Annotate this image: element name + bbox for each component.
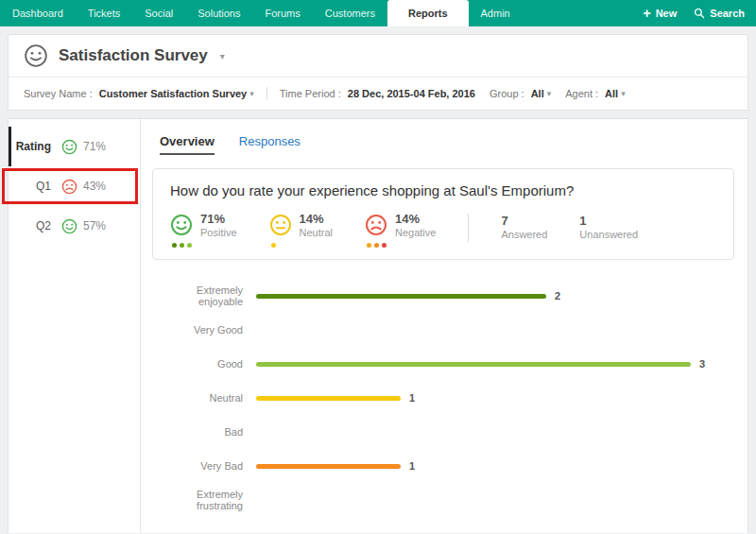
agent-label: Agent : <box>565 88 598 99</box>
happy-face-icon <box>170 214 193 236</box>
legend-dot <box>367 243 371 248</box>
chart-category-label: Good <box>152 358 243 370</box>
happy-face-icon <box>61 139 77 155</box>
title-row: Satisfaction Survey ▾ <box>9 35 747 77</box>
satisfaction-bar-chart: Extremely enjoyable2Very GoodGood3Neutra… <box>152 279 734 517</box>
new-button-label: New <box>656 8 678 19</box>
answered-count: 7 <box>501 214 547 228</box>
chart-category-label: Extremely enjoyable <box>152 284 243 307</box>
chart-bar <box>256 396 401 401</box>
happy-face-icon <box>61 218 77 234</box>
chart-category-label: Bad <box>152 426 243 438</box>
neutral-percentage: 14% <box>300 212 333 226</box>
chart-row: Good3 <box>152 347 734 381</box>
survey-smiley-icon <box>24 43 48 68</box>
chart-category-label: Very Bad <box>152 460 243 472</box>
group-label: Group : <box>490 88 524 99</box>
summary-row: 71% Positive 14% <box>170 212 716 248</box>
negative-label: Negative <box>395 227 436 238</box>
survey-name-label: Survey Name : <box>24 88 93 99</box>
summary-negative: 14% Negative <box>365 212 436 248</box>
tab-responses[interactable]: Responses <box>239 134 301 155</box>
summary-divider <box>468 214 469 242</box>
unanswered-label: Unanswered <box>579 229 638 240</box>
neutral-dots <box>271 243 333 248</box>
chart-bar <box>256 362 691 367</box>
main-nav: Dashboard Tickets Social Solutions Forum… <box>0 0 523 26</box>
legend-dot <box>382 243 387 248</box>
chevron-down-icon: ▾ <box>547 89 552 98</box>
chart-row: Extremely frustrating <box>152 483 734 517</box>
chart-bar-area: 2 <box>256 290 700 301</box>
summary-positive: 71% Positive <box>170 212 237 248</box>
legend-dot <box>172 243 177 248</box>
answered-label: Answered <box>501 229 547 240</box>
new-button[interactable]: + New <box>643 7 677 20</box>
detail-tabs: Overview Responses <box>152 134 734 155</box>
negative-dots <box>367 243 436 248</box>
positive-percentage: 71% <box>200 212 237 226</box>
legend-dot <box>374 243 379 248</box>
sidebar-item-q1[interactable]: Q1 43% <box>9 166 140 206</box>
sidebar-item-label: Rating <box>11 140 51 153</box>
summary-neutral: 14% Neutral <box>269 212 333 248</box>
chart-category-label: Extremely frustrating <box>152 489 243 511</box>
chart-category-label: Very Good <box>152 324 243 336</box>
report-content-card: Rating 71% Q1 43% Q2 57% <box>8 118 748 533</box>
nav-item-tickets[interactable]: Tickets <box>76 0 132 26</box>
nav-item-dashboard[interactable]: Dashboard <box>0 0 76 26</box>
search-button-label: Search <box>710 8 745 19</box>
survey-header-card: Satisfaction Survey ▾ Survey Name : Cust… <box>8 34 748 111</box>
sidebar-item-q2[interactable]: Q2 57% <box>9 206 140 246</box>
filter-divider <box>266 87 267 100</box>
group-select[interactable]: All ▾ <box>531 88 552 99</box>
unanswered-count-group: 1 Unanswered <box>579 212 638 240</box>
survey-name-select[interactable]: Customer Satisfaction Survey ▾ <box>99 88 254 99</box>
chart-row: Very Good <box>152 313 734 347</box>
tab-overview[interactable]: Overview <box>160 134 215 155</box>
title-caret-icon[interactable]: ▾ <box>220 51 225 61</box>
agent-value: All <box>605 88 618 99</box>
question-detail-panel: Overview Responses How do you rate your … <box>141 119 747 533</box>
sidebar-item-score: 71% <box>83 140 106 153</box>
agent-select[interactable]: All ▾ <box>605 88 626 99</box>
chart-row: Bad <box>152 415 734 449</box>
nav-item-customers[interactable]: Customers <box>313 0 387 26</box>
nav-item-reports[interactable]: Reports <box>387 0 469 26</box>
chart-value-label: 3 <box>699 358 705 370</box>
chart-row: Very Bad1 <box>152 449 734 483</box>
chart-bar <box>256 464 401 469</box>
sidebar-item-label: Q2 <box>11 219 51 233</box>
filter-bar: Survey Name : Customer Satisfaction Surv… <box>9 77 747 110</box>
reports-page: Dashboard Tickets Social Solutions Forum… <box>0 0 756 533</box>
questions-sidebar: Rating 71% Q1 43% Q2 57% <box>9 119 141 533</box>
chart-bar-area: 1 <box>256 392 700 404</box>
search-button[interactable]: Search <box>694 8 745 19</box>
neutral-label: Neutral <box>300 227 333 238</box>
nav-item-solutions[interactable]: Solutions <box>185 0 252 26</box>
chart-row: Extremely enjoyable2 <box>152 279 734 313</box>
negative-percentage: 14% <box>395 212 436 226</box>
chart-bar-area: 3 <box>256 358 700 370</box>
chevron-down-icon: ▾ <box>249 89 254 98</box>
chevron-down-icon: ▾ <box>621 89 626 98</box>
question-text: How do you rate your experience shopping… <box>170 182 716 198</box>
nav-item-admin[interactable]: Admin <box>469 0 523 26</box>
legend-dot <box>187 243 192 248</box>
sad-face-icon <box>61 179 77 195</box>
nav-item-forums[interactable]: Forums <box>253 0 313 26</box>
sidebar-item-score: 43% <box>83 180 106 193</box>
top-nav: Dashboard Tickets Social Solutions Forum… <box>0 0 756 26</box>
chart-value-label: 1 <box>409 460 415 472</box>
nav-item-social[interactable]: Social <box>132 0 185 26</box>
group-value: All <box>531 88 544 99</box>
survey-name-value: Customer Satisfaction Survey <box>99 88 248 99</box>
plus-icon: + <box>643 7 650 20</box>
positive-dots <box>172 243 237 248</box>
time-period-label: Time Period : <box>280 88 341 99</box>
sidebar-item-rating[interactable]: Rating 71% <box>9 127 140 166</box>
sidebar-item-score: 57% <box>83 219 106 233</box>
time-period-value[interactable]: 28 Dec, 2015-04 Feb, 2016 <box>348 88 475 99</box>
nav-actions: + New Search <box>643 0 756 26</box>
chart-category-label: Neutral <box>152 392 243 404</box>
